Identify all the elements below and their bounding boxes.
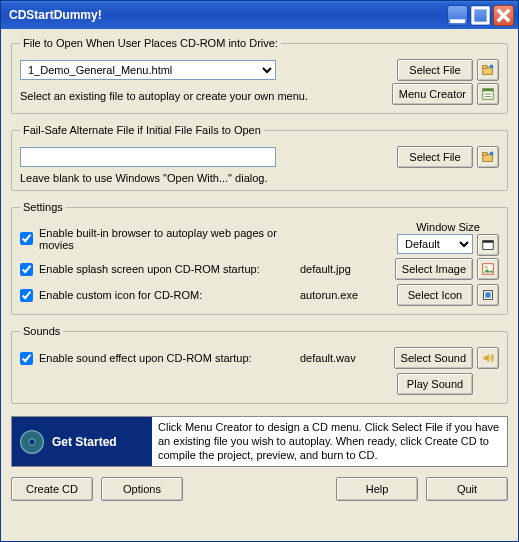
speaker-icon[interactable] xyxy=(477,347,499,369)
options-button[interactable]: Options xyxy=(101,477,183,501)
get-started-bar: Get Started Click Menu Creator to design… xyxy=(11,416,508,467)
select-file-browse-icon[interactable] xyxy=(477,59,499,81)
svg-rect-13 xyxy=(483,241,494,243)
select-icon-icon[interactable] xyxy=(477,284,499,306)
select-sound-button[interactable]: Select Sound xyxy=(394,347,473,369)
group-sounds: Sounds Enable sound effect upon CD-ROM s… xyxy=(11,325,508,404)
window-size-dropdown[interactable]: Default xyxy=(397,234,473,254)
play-sound-button[interactable]: Play Sound xyxy=(397,373,473,395)
group-settings: Settings Enable built-in browser to auto… xyxy=(11,201,508,315)
enable-splash-label: Enable splash screen upon CD-ROM startup… xyxy=(39,263,260,275)
enable-icon-label: Enable custom icon for CD-ROM: xyxy=(39,289,202,301)
group-file-to-open: File to Open When User Places CD-ROM int… xyxy=(11,37,508,114)
legend-settings: Settings xyxy=(20,201,66,213)
autoplay-file-dropdown[interactable]: 1_Demo_General_Menu.html xyxy=(20,60,276,80)
svg-rect-1 xyxy=(473,7,488,22)
legend-sounds: Sounds xyxy=(20,325,63,337)
autoplay-hint: Select an existing file to autoplay or c… xyxy=(20,90,386,102)
svg-rect-17 xyxy=(485,292,490,297)
titlebar[interactable]: CDStartDummy! xyxy=(1,1,518,29)
failsafe-hint: Leave blank to use Windows "Open With...… xyxy=(20,172,499,184)
get-started-text: Click Menu Creator to design a CD menu. … xyxy=(152,417,507,466)
failsafe-select-file-button[interactable]: Select File xyxy=(397,146,473,168)
enable-sound-label: Enable sound effect upon CD-ROM startup: xyxy=(39,352,252,364)
close-button[interactable] xyxy=(493,5,514,26)
svg-rect-14 xyxy=(483,264,494,275)
bottom-buttons: Create CD Options Help Quit xyxy=(11,477,508,501)
select-file-button[interactable]: Select File xyxy=(397,59,473,81)
svg-rect-0 xyxy=(450,19,465,23)
svg-rect-6 xyxy=(483,89,494,92)
splash-value: default.jpg xyxy=(300,263,370,275)
quit-button[interactable]: Quit xyxy=(426,477,508,501)
svg-point-19 xyxy=(29,439,35,445)
failsafe-browse-icon[interactable] xyxy=(477,146,499,168)
group-failsafe: Fail-Safe Alternate File if Initial File… xyxy=(11,124,508,191)
minimize-button[interactable] xyxy=(447,5,468,26)
disc-icon xyxy=(18,428,46,456)
menu-creator-icon[interactable] xyxy=(477,83,499,105)
failsafe-input[interactable] xyxy=(20,147,276,167)
enable-browser-label: Enable built-in browser to autoplay web … xyxy=(39,227,300,251)
help-button[interactable]: Help xyxy=(336,477,418,501)
enable-sound-check[interactable] xyxy=(20,352,33,365)
window-size-label: Window Size xyxy=(397,221,499,233)
create-cd-button[interactable]: Create CD xyxy=(11,477,93,501)
maximize-button[interactable] xyxy=(470,5,491,26)
enable-browser-check[interactable] xyxy=(20,232,33,245)
svg-rect-10 xyxy=(483,153,487,156)
select-icon-button[interactable]: Select Icon xyxy=(397,284,473,306)
select-image-button[interactable]: Select Image xyxy=(395,258,473,280)
svg-rect-3 xyxy=(483,66,487,69)
svg-point-11 xyxy=(490,152,494,156)
app-window: CDStartDummy! File to Open When User Pla… xyxy=(0,0,519,542)
window-title: CDStartDummy! xyxy=(5,8,447,22)
svg-point-15 xyxy=(485,266,488,269)
enable-splash-check[interactable] xyxy=(20,263,33,276)
legend-failsafe: Fail-Safe Alternate File if Initial File… xyxy=(20,124,264,136)
legend-file-to-open: File to Open When User Places CD-ROM int… xyxy=(20,37,281,49)
menu-creator-button[interactable]: Menu Creator xyxy=(392,83,473,105)
window-size-icon[interactable] xyxy=(477,234,499,256)
get-started-title: Get Started xyxy=(52,435,117,449)
svg-point-4 xyxy=(490,65,494,69)
sound-value: default.wav xyxy=(300,352,370,364)
select-image-icon[interactable] xyxy=(477,258,499,280)
icon-value: autorun.exe xyxy=(300,289,370,301)
client-area: File to Open When User Places CD-ROM int… xyxy=(1,29,518,541)
enable-icon-check[interactable] xyxy=(20,289,33,302)
get-started-left: Get Started xyxy=(12,417,152,466)
